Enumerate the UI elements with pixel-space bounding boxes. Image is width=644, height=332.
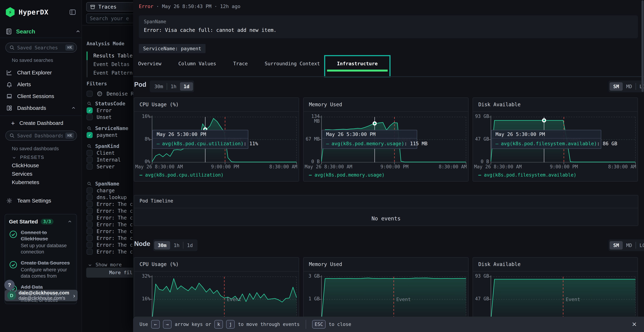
- chevron-up-icon[interactable]: [75, 29, 81, 34]
- analysis-mode-event-patterns[interactable]: Event Patterns: [94, 69, 133, 77]
- sidebar-item-team-settings[interactable]: Team Settings: [0, 196, 82, 206]
- key-j[interactable]: j: [226, 320, 235, 328]
- get-started-task[interactable]: Create Data Sources Configure where your…: [9, 260, 73, 279]
- denoise-toggle[interactable]: Denoise Re: [86, 90, 133, 97]
- checkbox[interactable]: [86, 249, 93, 255]
- source-select[interactable]: Traces: [86, 2, 133, 12]
- source-icon: [90, 4, 96, 10]
- filter-option[interactable]: charge: [86, 187, 115, 194]
- tooltip-time: May 26 5:30:00 PM: [492, 130, 601, 138]
- series-dash: —: [157, 141, 160, 146]
- more-filters-button[interactable]: More fil: [86, 268, 133, 278]
- node-range-1h[interactable]: 1h: [170, 241, 183, 250]
- checkbox[interactable]: [86, 114, 93, 120]
- filter-option[interactable]: ✓ Error: [86, 107, 112, 114]
- sidebar-collapse-icon[interactable]: [69, 8, 76, 16]
- sidebar-item-search[interactable]: Search: [5, 28, 35, 35]
- sidebar-item-chart-explorer[interactable]: Chart Explorer: [0, 68, 82, 78]
- checkbox[interactable]: ✓: [86, 132, 93, 138]
- preset-item-services[interactable]: Services: [12, 171, 32, 177]
- checkbox[interactable]: [86, 235, 93, 241]
- service-name-chip[interactable]: ServiceName: payment: [139, 44, 206, 53]
- filter-option[interactable]: Error: The cr: [86, 214, 133, 221]
- saved-searches-input[interactable]: ⌘K: [5, 42, 77, 52]
- tab-surrounding-context[interactable]: Surrounding Context: [265, 60, 320, 67]
- filter-option[interactable]: dns.lookup: [86, 194, 127, 201]
- sidebar-item-client-sessions[interactable]: Client Sessions: [0, 91, 82, 101]
- chevron-up-icon[interactable]: [70, 106, 76, 110]
- get-started-badge: 3/3: [41, 219, 54, 224]
- task-desc: Set up your database connection: [21, 242, 70, 255]
- show-more-label: Show more: [96, 262, 122, 268]
- checkbox[interactable]: [86, 188, 93, 194]
- saved-dashboards-field[interactable]: [17, 133, 63, 138]
- preset-item-kubernetes[interactable]: Kubernetes: [12, 179, 39, 185]
- sidebar-item-alerts[interactable]: Alerts: [0, 80, 82, 90]
- event-search-input[interactable]: [86, 14, 133, 23]
- filter-group-SpanKind: SpanKind: [87, 143, 119, 150]
- checkbox[interactable]: [86, 157, 93, 163]
- key-k[interactable]: k: [214, 320, 223, 328]
- checkbox[interactable]: [86, 91, 93, 97]
- create-dashboard-button[interactable]: + Create Dashboard: [0, 118, 82, 128]
- checkbox[interactable]: ✓: [86, 107, 93, 114]
- pod-range-1d[interactable]: 1d: [180, 82, 193, 91]
- filter-option[interactable]: Unset: [86, 114, 112, 120]
- y-tick-mid: 47 GB: [473, 296, 489, 301]
- filter-option[interactable]: Error: The cr: [86, 208, 133, 214]
- key-arrow-right[interactable]: →: [163, 320, 172, 328]
- filter-option[interactable]: Error: The cr: [86, 242, 133, 248]
- filter-option[interactable]: ✓ payment: [86, 132, 118, 138]
- sidebar-item-dashboards[interactable]: Dashboards: [0, 103, 82, 113]
- filter-option[interactable]: Error: The cr: [86, 228, 133, 235]
- filter-option[interactable]: Internal: [86, 156, 121, 163]
- filter-group-SpanName: SpanName: [87, 180, 119, 187]
- pod-size-sm[interactable]: SM: [610, 82, 623, 91]
- checkbox[interactable]: [86, 242, 93, 248]
- denoise-label: Denoise Re: [106, 91, 133, 97]
- node-size-md[interactable]: MD: [623, 241, 636, 250]
- saved-dashboards-input[interactable]: ⌘K: [5, 130, 77, 140]
- key-esc[interactable]: ESC: [312, 320, 326, 328]
- checkbox[interactable]: [86, 222, 93, 228]
- close-icon[interactable]: ✕: [632, 316, 637, 332]
- pod-range-30m[interactable]: 30m: [151, 82, 167, 91]
- preset-item-clickhouse[interactable]: ClickHouse: [12, 162, 39, 168]
- checkbox[interactable]: [86, 201, 93, 207]
- span-name-box: SpanName Error: Visa cache full: cannot …: [139, 16, 638, 38]
- presets-toggle[interactable]: PRESETS: [12, 154, 44, 160]
- analysis-mode-results-table[interactable]: Results Table: [94, 52, 132, 60]
- checkbox[interactable]: [86, 215, 93, 221]
- checkbox[interactable]: [86, 194, 93, 200]
- tab-infrastructure[interactable]: Infrastructure: [337, 60, 378, 67]
- chevron-up-icon[interactable]: [67, 219, 73, 224]
- node-size-lg[interactable]: LG: [636, 241, 644, 250]
- tab-overview[interactable]: Overview: [138, 60, 161, 67]
- filter-option[interactable]: Error: The cr: [86, 221, 133, 228]
- help-button[interactable]: ?: [4, 280, 15, 290]
- saved-searches-field[interactable]: [17, 45, 63, 50]
- filter-option[interactable]: Error: The cr: [86, 235, 133, 242]
- filter-option[interactable]: Server: [86, 163, 115, 170]
- analysis-mode-event-deltas[interactable]: Event Deltas: [94, 60, 130, 69]
- show-more-button[interactable]: Show more: [87, 262, 122, 268]
- checkbox[interactable]: [86, 208, 93, 214]
- tab-column-values[interactable]: Column Values: [178, 60, 216, 67]
- node-size-sm[interactable]: SM: [610, 241, 623, 250]
- node-range-1d[interactable]: 1d: [183, 241, 196, 250]
- key-arrow-left[interactable]: ←: [151, 320, 160, 328]
- get-started-task[interactable]: Connect to ClickHouse Set up your databa…: [9, 229, 73, 255]
- user-menu[interactable]: D dale@clickhouse.com dale@clickhouse.co…: [5, 290, 78, 301]
- filter-option[interactable]: Error: The cr: [86, 248, 133, 255]
- filter-option[interactable]: Client: [86, 150, 115, 156]
- checkbox[interactable]: [86, 150, 93, 156]
- scrollbar-thumb[interactable]: [642, 0, 644, 92]
- tab-trace[interactable]: Trace: [233, 60, 248, 67]
- checkbox[interactable]: [86, 228, 93, 234]
- checkbox[interactable]: [86, 164, 93, 170]
- pod-size-md[interactable]: MD: [623, 82, 636, 91]
- pod-size-control: SMMDLG: [608, 80, 644, 92]
- filter-option[interactable]: Error: The cr: [86, 201, 133, 208]
- node-range-30m[interactable]: 30m: [154, 241, 170, 250]
- pod-range-1h[interactable]: 1h: [167, 82, 180, 91]
